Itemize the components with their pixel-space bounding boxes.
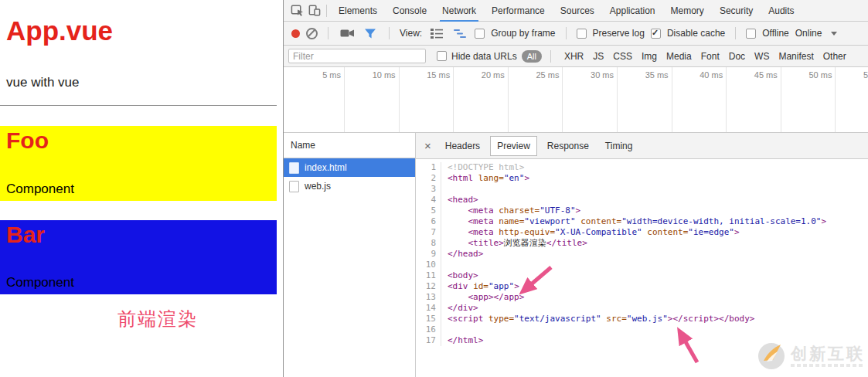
timeline-gridline <box>781 67 781 132</box>
devtools-panel: ElementsConsoleNetworkPerformanceSources… <box>283 0 868 377</box>
code-text: <div id="app"> <box>441 281 519 292</box>
tab-elements[interactable]: Elements <box>331 0 385 22</box>
code-token: "text/javascript" <box>514 314 601 324</box>
code-token: <title> <box>448 238 504 248</box>
request-list-column: Name index.htmlweb.js <box>284 133 416 377</box>
tab-sources[interactable]: Sources <box>553 0 602 22</box>
line-number: 8 <box>416 238 441 249</box>
filter-chip-all[interactable]: All <box>522 50 542 63</box>
code-token: <app></app> <box>448 292 524 302</box>
code-line: 15<script type="text/javascript" src="we… <box>416 314 868 324</box>
code-token: </div> <box>448 303 478 313</box>
code-text: </html> <box>441 335 483 346</box>
code-token: <html <box>448 173 478 183</box>
hide-data-urls-label[interactable]: Hide data URLs <box>451 51 517 62</box>
code-token: > <box>514 281 519 291</box>
hide-data-urls-checkbox[interactable] <box>437 51 447 61</box>
filter-chip-doc[interactable]: Doc <box>729 51 745 62</box>
code-text: </div> <box>441 303 478 314</box>
offline-label[interactable]: Offline <box>762 28 788 39</box>
code-token: > <box>576 205 581 216</box>
throttling-dropdown[interactable]: Online <box>795 28 822 39</box>
line-number: 5 <box>416 205 441 216</box>
code-line: 6 <meta name="viewport" content="width=d… <box>416 216 868 227</box>
request-name: index.html <box>305 162 347 173</box>
timeline-gridline <box>508 67 509 132</box>
code-token: http-equiv= <box>499 227 555 237</box>
code-token: </title> <box>546 238 587 248</box>
preview-tab-response[interactable]: Response <box>541 137 595 155</box>
disable-cache-label[interactable]: Disable cache <box>667 28 725 39</box>
filter-chip-js[interactable]: JS <box>593 51 604 62</box>
filter-funnel-icon[interactable] <box>362 25 379 41</box>
tab-application[interactable]: Application <box>602 0 663 22</box>
waterfall-view-icon[interactable] <box>451 25 468 41</box>
toolbar-separator <box>389 27 390 39</box>
preserve-log-label[interactable]: Preserve log <box>593 28 645 39</box>
inspect-element-icon[interactable] <box>288 3 305 19</box>
filter-input[interactable] <box>288 49 426 63</box>
device-toolbar-icon[interactable] <box>305 3 322 19</box>
preview-tab-row: × HeadersPreviewResponseTiming <box>416 133 868 159</box>
code-token: 浏览器渲染 <box>504 238 546 248</box>
preserve-log-checkbox[interactable] <box>577 29 587 39</box>
timeline-tick-label: 40 ms <box>676 70 723 80</box>
tab-memory[interactable]: Memory <box>663 0 712 22</box>
network-toolbar: View: Group by frame Preserve log <box>284 22 868 46</box>
code-token: "ie=edge" <box>688 227 734 237</box>
tab-security[interactable]: Security <box>712 0 761 22</box>
code-token: lang= <box>478 173 504 183</box>
code-token: <meta <box>448 227 499 237</box>
timeline-tick-label: 5 ms <box>294 70 341 80</box>
code-token: type= <box>488 314 514 324</box>
devtools-tab-row: ElementsConsoleNetworkPerformanceSources… <box>284 0 868 22</box>
code-line: 9</head> <box>416 249 868 260</box>
filter-chip-ws[interactable]: WS <box>754 51 769 62</box>
request-row-index.html[interactable]: index.html <box>284 158 415 177</box>
name-column-header[interactable]: Name <box>284 133 415 158</box>
preview-tab-preview[interactable]: Preview <box>490 136 537 156</box>
clear-icon[interactable] <box>306 28 318 39</box>
tab-audits[interactable]: Audits <box>761 0 802 22</box>
code-text: <meta charset="UTF-8"> <box>441 205 580 216</box>
line-number: 17 <box>416 335 441 346</box>
code-token: > <box>821 216 826 226</box>
screenshot-camera-icon[interactable] <box>339 25 356 41</box>
group-by-frame-checkbox[interactable] <box>475 29 485 39</box>
filter-chip-manifest[interactable]: Manifest <box>778 51 813 62</box>
timeline-tick-label: 45 ms <box>731 70 778 80</box>
filter-chip-img[interactable]: Img <box>642 51 657 62</box>
bar-component-box: Bar Component <box>0 220 277 294</box>
code-token: <div <box>448 281 473 291</box>
tab-console[interactable]: Console <box>385 0 434 22</box>
offline-checkbox[interactable] <box>746 29 756 39</box>
request-row-web.js[interactable]: web.js <box>284 177 415 195</box>
code-token: charset= <box>499 205 540 216</box>
timeline-tick-label: 35 ms <box>622 70 669 80</box>
code-token: "web.js" <box>627 314 668 324</box>
line-number: 9 <box>416 249 441 260</box>
filter-chip-xhr[interactable]: XHR <box>564 51 584 62</box>
preview-tab-timing[interactable]: Timing <box>599 137 639 155</box>
code-token: > <box>734 227 740 237</box>
tab-network[interactable]: Network <box>434 0 484 22</box>
watermark-logo: 创新互联 <box>757 341 865 371</box>
disable-cache-checkbox[interactable] <box>651 29 661 39</box>
preview-tab-headers[interactable]: Headers <box>439 137 486 155</box>
line-number: 7 <box>416 227 441 238</box>
code-token: <meta <box>448 205 499 216</box>
code-token: id= <box>473 281 488 291</box>
timeline-gridline <box>562 67 563 132</box>
filter-chip-font[interactable]: Font <box>701 51 720 62</box>
line-number: 6 <box>416 216 441 227</box>
group-by-frame-label[interactable]: Group by frame <box>491 28 555 39</box>
close-icon[interactable]: × <box>424 140 431 151</box>
tab-performance[interactable]: Performance <box>484 0 553 22</box>
record-icon[interactable] <box>291 29 300 38</box>
filter-chip-css[interactable]: CSS <box>613 51 632 62</box>
filter-chip-other[interactable]: Other <box>823 51 846 62</box>
timeline-tick-label: 15 ms <box>403 70 450 80</box>
large-rows-view-icon[interactable] <box>428 25 445 41</box>
filter-chip-media[interactable]: Media <box>666 51 692 62</box>
bar-label: Component <box>6 275 74 290</box>
